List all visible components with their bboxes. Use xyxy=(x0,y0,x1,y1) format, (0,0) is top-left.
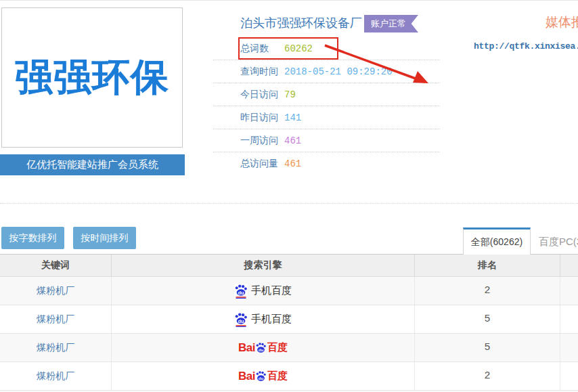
stat-label: 今日访问 xyxy=(240,89,278,101)
rank-value: 5 xyxy=(484,313,490,325)
rank-value: 2 xyxy=(484,370,490,382)
member-system-banner: 亿优托智能建站推广会员系统 xyxy=(0,154,185,175)
mobile-baidu-icon: du xyxy=(234,284,248,299)
baidu-logo-latin: Bai xyxy=(238,370,255,383)
media-section-heading: 媒体推广 xyxy=(546,14,578,31)
stat-value: 60262 xyxy=(284,43,313,54)
svg-text:du: du xyxy=(259,347,264,351)
company-logo-text: 强强环保 xyxy=(15,52,169,104)
stat-row-today-visits: 今日访问 79 xyxy=(213,83,440,106)
sort-by-wordcount-button[interactable]: 按字数排列 xyxy=(1,227,64,249)
keyword-link[interactable]: 煤粉机厂 xyxy=(37,285,74,297)
tab-all-keywords[interactable]: 全部(60262) xyxy=(463,227,531,255)
header-engine: 搜索引擎 xyxy=(112,255,415,276)
extra-cell xyxy=(560,277,578,305)
stat-label: 总词数 xyxy=(240,43,269,55)
rank-cell: 2 xyxy=(415,277,560,305)
engine-name: 手机百度 xyxy=(251,313,292,326)
baidu-logo-cn: 百度 xyxy=(267,370,288,383)
baidu-logo-latin: Bai xyxy=(238,341,255,355)
site-url-link[interactable]: http://qtfk.xinxisea. xyxy=(474,41,578,51)
svg-text:du: du xyxy=(238,318,244,324)
table-row: 煤粉机厂 du 手机百度 xyxy=(0,277,578,305)
keyword-cell: 煤粉机厂 xyxy=(0,362,112,390)
company-logo: 强强环保 xyxy=(1,7,183,148)
keyword-link[interactable]: 煤粉机厂 xyxy=(37,342,74,354)
stat-label: 昨日访问 xyxy=(240,112,278,124)
rank-value: 5 xyxy=(484,342,490,353)
rank-cell: 5 xyxy=(415,334,560,362)
account-stats-list: 总词数 60262 查询时间 2018-05-21 09:29:20 今日访问 … xyxy=(213,37,440,175)
account-status-badge: 账户正常 xyxy=(364,15,418,32)
svg-text:du: du xyxy=(259,375,264,380)
stat-value: 141 xyxy=(284,112,301,123)
tab-all-keywords-label: 全部(60262) xyxy=(471,236,523,248)
engine-cell: du 手机百度 xyxy=(112,277,415,305)
table-row: 煤粉机厂 Bai du 百度 5 xyxy=(0,334,578,362)
tab-baidu-pc[interactable]: 百度PC(30 xyxy=(539,230,578,254)
engine-name: 手机百度 xyxy=(251,284,292,297)
stat-row-total-words: 总词数 60262 xyxy=(213,37,440,60)
stat-label: 查询时间 xyxy=(240,66,278,78)
rank-cell: 2 xyxy=(415,362,560,390)
sort-by-wordcount-label: 按字数排列 xyxy=(9,232,57,244)
extra-cell xyxy=(560,305,578,333)
stat-row-total-visits: 总访问量 461 xyxy=(213,152,440,175)
table-row: 煤粉机厂 du 手机百度 xyxy=(0,305,578,334)
section-divider xyxy=(0,203,578,204)
extra-cell xyxy=(560,334,578,362)
member-system-banner-label: 亿优托智能建站推广会员系统 xyxy=(26,158,158,171)
keyword-cell: 煤粉机厂 xyxy=(0,305,112,333)
mobile-baidu-icon: du xyxy=(234,312,248,327)
baidu-paw-icon: du xyxy=(255,342,267,354)
engine-cell: Bai du 百度 xyxy=(112,334,415,362)
sort-by-time-label: 按时间排列 xyxy=(81,232,129,244)
baidu-pc-logo: Bai du 百度 xyxy=(238,370,288,383)
sort-by-time-button[interactable]: 按时间排列 xyxy=(73,227,136,249)
table-header-row: 关键词 搜索引擎 排名 xyxy=(0,254,578,277)
baidu-pc-logo: Bai du 百度 xyxy=(238,341,288,355)
rank-value: 2 xyxy=(484,285,490,297)
stat-row-yesterday-visits: 昨日访问 141 xyxy=(213,106,440,129)
keyword-cell: 煤粉机厂 xyxy=(0,334,112,362)
company-name-title: 泊头市强强环保设备厂 xyxy=(240,15,362,31)
keyword-link[interactable]: 煤粉机厂 xyxy=(37,370,74,383)
baidu-paw-icon: du xyxy=(255,370,267,383)
tab-baidu-pc-label: 百度PC(30 xyxy=(539,236,578,248)
baidu-logo-cn: 百度 xyxy=(267,341,288,354)
stat-value: 461 xyxy=(284,135,301,146)
stat-value: 2018-05-21 09:29:20 xyxy=(284,66,393,77)
dashboard-page: 强强环保 亿优托智能建站推广会员系统 泊头市强强环保设备厂 账户正常 媒体推广 … xyxy=(0,0,578,392)
engine-cell: Bai du 百度 xyxy=(112,362,415,390)
rank-cell: 5 xyxy=(415,305,560,333)
keyword-ranking-table: 关键词 搜索引擎 排名 煤粉机厂 du xyxy=(0,254,578,392)
engine-cell: du 手机百度 xyxy=(112,305,415,333)
table-row: 煤粉机厂 Bai du 百度 2 xyxy=(0,362,578,391)
stat-label: 总访问量 xyxy=(240,158,278,170)
stat-row-week-visits: 一周访问 461 xyxy=(213,129,440,152)
svg-text:du: du xyxy=(238,289,244,295)
header-extra xyxy=(560,255,578,276)
keyword-cell: 煤粉机厂 xyxy=(0,277,112,305)
stat-value: 461 xyxy=(284,158,301,169)
stat-value: 79 xyxy=(284,89,296,100)
stat-label: 一周访问 xyxy=(240,135,278,147)
header-keyword: 关键词 xyxy=(0,255,112,276)
extra-cell xyxy=(560,362,578,390)
stat-row-query-time: 查询时间 2018-05-21 09:29:20 xyxy=(213,60,440,83)
header-rank: 排名 xyxy=(415,255,560,276)
keyword-link[interactable]: 煤粉机厂 xyxy=(37,313,74,326)
